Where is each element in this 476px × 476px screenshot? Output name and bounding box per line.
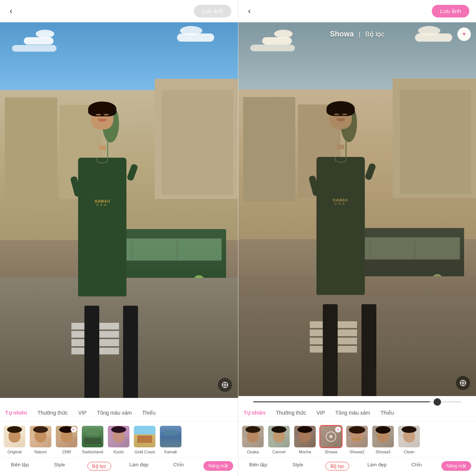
right-panel: ‹ Lưu ảnh (238, 0, 476, 476)
left-panel: ‹ Lưu ảnh (0, 0, 238, 476)
right-filters-row: Osaka Carmel (238, 421, 476, 458)
showa-icon (326, 431, 336, 442)
right-slider-track[interactable] (253, 401, 461, 402)
left-cat-natural[interactable]: Tự nhiên (0, 408, 32, 418)
left-photo: HAWAII U.S.A. (0, 22, 238, 398)
right-nav-edit[interactable]: Biên tập (238, 462, 278, 471)
right-photo-area: HAWAII U.S.A. Showa | Bộ lọc ♥ (238, 22, 476, 396)
right-filter-mocha[interactable]: Mocha (293, 425, 316, 454)
left-nav-beauty[interactable]: Làm đẹp (119, 462, 159, 471)
left-filters-row: Original Nature (0, 421, 238, 458)
left-nav-style[interactable]: Style (40, 462, 80, 471)
right-filter-showa2[interactable]: Showa2 (345, 425, 369, 454)
right-slider-thumb[interactable] (434, 398, 441, 406)
right-filter-showa[interactable]: ♥ Showa (319, 425, 342, 454)
person: HAWAII U.S.A. (43, 90, 162, 398)
left-bottom-area: Tự nhiên Thường thức VIP Tông màu xám Th… (0, 398, 238, 476)
cloud-1 (24, 37, 54, 45)
right-save-button[interactable]: Lưu ảnh (432, 5, 469, 17)
thumb-heart-showa: ♥ (335, 427, 341, 432)
right-heart-icon[interactable]: ♥ (457, 28, 471, 41)
filter-overlay-label: Showa | Bộ lọc (330, 30, 385, 38)
right-cat-vip[interactable]: VIP (311, 408, 330, 418)
left-nang-mat-button[interactable]: Nâng mặt (198, 462, 238, 471)
right-filter-carmel[interactable]: Carmel (267, 425, 290, 454)
left-adjust-icon[interactable] (218, 378, 232, 392)
right-bottom-area: Tự nhiên Thường thức VIP Tông màu xám Th… (238, 396, 476, 476)
left-filter-original[interactable]: Original (3, 425, 26, 454)
right-nav-style[interactable]: Style (278, 462, 318, 471)
right-nav-beauty[interactable]: Làm đẹp (357, 462, 397, 471)
left-header: ‹ Lưu ảnh (0, 0, 238, 22)
left-nav-edit[interactable]: Biên tập (0, 462, 40, 471)
right-adjust-icon[interactable] (456, 376, 470, 390)
right-cat-light[interactable]: Thiếu (375, 408, 399, 418)
right-cat-grey[interactable]: Tông màu xám (330, 408, 375, 418)
left-filter-kamak[interactable]: Kamak (159, 425, 182, 454)
svg-point-5 (224, 384, 226, 386)
right-cat-natural[interactable]: Tự nhiên (238, 408, 271, 418)
left-save-button[interactable]: Lưu ảnh (194, 5, 231, 17)
right-header: ‹ Lưu ảnh (238, 0, 476, 22)
left-photo-area: HAWAII U.S.A. (0, 22, 238, 398)
left-cat-light[interactable]: Thiếu (137, 408, 161, 418)
left-back-button[interactable]: ‹ (7, 5, 15, 17)
right-category-tabs: Tự nhiên Thường thức VIP Tông màu xám Th… (238, 405, 476, 421)
left-cat-grey[interactable]: Tông màu xám (92, 408, 137, 418)
right-slider-container (238, 396, 476, 405)
left-category-tabs: Tự nhiên Thường thức VIP Tông màu xám Th… (0, 405, 238, 421)
left-filter-switzerland[interactable]: Switzerland (81, 425, 104, 454)
left-cat-vip[interactable]: VIP (73, 408, 92, 418)
right-nav-more[interactable]: Chỉn (397, 462, 437, 471)
right-slider-fill (253, 401, 430, 402)
left-nav-more[interactable]: Chỉn (159, 462, 199, 471)
right-nav-filter[interactable]: Bộ lọc (318, 462, 357, 471)
right-photo: HAWAII U.S.A. Showa | Bộ lọc ♥ (238, 22, 476, 396)
right-filter-clean[interactable]: Clean (398, 425, 421, 454)
right-back-button[interactable]: ‹ (245, 5, 254, 17)
right-filter-showa3[interactable]: Showa3 (372, 425, 395, 454)
thumb-heart-1990: ♥ (71, 427, 77, 432)
right-cat-formal[interactable]: Thường thức (271, 408, 311, 418)
right-bottom-nav: Biên tập Style Bộ lọc Làm đẹp Chỉn Nâng … (238, 458, 476, 476)
right-filter-osaka[interactable]: Osaka (241, 425, 264, 454)
left-cat-formal[interactable]: Thường thức (32, 408, 73, 418)
left-filter-kyoto[interactable]: Kyoto (107, 425, 130, 454)
left-filter-nature[interactable]: Nature (29, 425, 52, 454)
left-filter-goldcoast[interactable]: Gold Coast (133, 425, 156, 454)
svg-point-11 (462, 382, 464, 384)
left-nav-filter[interactable]: Bộ lọc (79, 462, 119, 471)
left-bottom-nav: Biên tập Style Bộ lọc Làm đẹp Chỉn Nâng … (0, 458, 238, 476)
right-nang-mat-button[interactable]: Nâng mặt (437, 462, 476, 471)
left-filter-1990[interactable]: ♥ 1990 (55, 425, 78, 454)
